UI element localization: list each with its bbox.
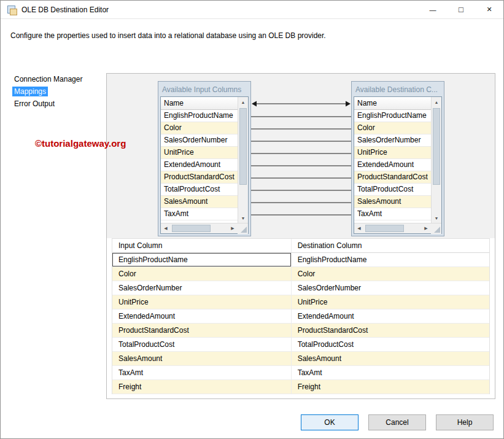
input-cell[interactable]: TaxAmt bbox=[112, 366, 292, 379]
scrollbar-thumb[interactable] bbox=[172, 225, 211, 232]
scroll-left-button[interactable]: ◀ bbox=[354, 223, 364, 233]
input-cell[interactable]: Freight bbox=[112, 380, 292, 394]
input-column-item[interactable]: EnglishProductName bbox=[161, 110, 238, 122]
maximize-icon: □ bbox=[459, 5, 463, 14]
scroll-down-icon: ▼ bbox=[435, 216, 439, 220]
mapping-row: Color Color bbox=[112, 267, 489, 281]
vertical-scrollbar[interactable]: ▲ ▼ bbox=[238, 97, 248, 223]
scroll-right-button[interactable]: ▶ bbox=[228, 223, 238, 233]
destination-name-column-header[interactable]: Name bbox=[354, 97, 431, 110]
horizontal-scrollbar[interactable]: ◀ ▶ bbox=[354, 223, 431, 233]
table-header-row: Input Column Destination Column bbox=[112, 239, 489, 253]
minimize-button[interactable]: — bbox=[419, 1, 447, 18]
available-destination-columns-list: Available Destination C... Name EnglishP… bbox=[351, 81, 444, 236]
scrollbar-track[interactable] bbox=[171, 223, 228, 233]
scrollbar-track[interactable] bbox=[238, 107, 248, 213]
mapping-arrow-left-icon bbox=[252, 101, 257, 107]
input-list-title: Available Input Columns bbox=[160, 84, 249, 96]
input-cell[interactable]: SalesOrderNumber bbox=[112, 281, 292, 295]
mapping-row: ExtendedAmount ExtendedAmount bbox=[112, 309, 489, 324]
ok-button[interactable]: OK bbox=[301, 414, 359, 430]
close-button[interactable]: ✕ bbox=[475, 1, 503, 18]
sidebar-item-mappings[interactable]: Mappings bbox=[10, 86, 103, 97]
destination-column-item[interactable]: UnitPrice bbox=[354, 147, 431, 159]
scroll-left-button[interactable]: ◀ bbox=[161, 223, 171, 233]
input-list-rows: EnglishProductName Color SalesOrderNumbe… bbox=[161, 110, 238, 223]
destination-cell[interactable]: Color bbox=[292, 267, 489, 281]
destination-list-box: Name EnglishProductName Color SalesOrder… bbox=[354, 96, 442, 234]
scroll-left-icon: ◀ bbox=[357, 226, 360, 231]
scroll-down-button[interactable]: ▼ bbox=[238, 213, 248, 223]
scroll-up-icon: ▲ bbox=[241, 100, 246, 104]
destination-cell[interactable]: TotalProductCost bbox=[292, 338, 489, 351]
horizontal-scrollbar[interactable]: ◀ ▶ bbox=[161, 223, 238, 233]
scrollbar-track[interactable] bbox=[364, 223, 421, 233]
destination-column-item[interactable]: ExtendedAmount bbox=[354, 159, 431, 171]
input-column-item[interactable]: ExtendedAmount bbox=[161, 159, 238, 171]
scrollbar-thumb[interactable] bbox=[365, 225, 404, 232]
scroll-up-button[interactable]: ▲ bbox=[432, 97, 441, 107]
destination-column-item[interactable]: EnglishProductName bbox=[354, 110, 431, 122]
dialog-description: Configure the properties used to insert … bbox=[10, 31, 477, 40]
input-cell[interactable]: Color bbox=[112, 267, 292, 281]
destination-cell[interactable]: TaxAmt bbox=[292, 366, 489, 379]
destination-cell[interactable]: ExtendedAmount bbox=[292, 309, 489, 323]
mapping-arrow-right-icon bbox=[346, 101, 351, 107]
cancel-button[interactable]: Cancel bbox=[368, 414, 426, 430]
scrollbar-thumb[interactable] bbox=[433, 108, 440, 185]
destination-cell[interactable]: UnitPrice bbox=[292, 295, 489, 309]
destination-column-item[interactable]: TaxAmt bbox=[354, 208, 431, 220]
input-cell[interactable]: ExtendedAmount bbox=[112, 309, 292, 323]
input-name-column-header[interactable]: Name bbox=[161, 97, 238, 110]
input-cell[interactable]: UnitPrice bbox=[112, 295, 292, 309]
mapping-row: TaxAmt TaxAmt bbox=[112, 366, 489, 380]
mapping-row: TotalProductCost TotalProductCost bbox=[112, 338, 489, 352]
help-button[interactable]: Help bbox=[436, 414, 494, 430]
destination-cell[interactable]: ProductStandardCost bbox=[292, 324, 489, 337]
app-icon bbox=[7, 5, 17, 15]
window-title: OLE DB Destination Editor bbox=[21, 6, 109, 14]
mapping-row: SalesAmount SalesAmount bbox=[112, 352, 489, 366]
input-cell[interactable]: TotalProductCost bbox=[112, 338, 292, 351]
input-cell[interactable]: SalesAmount bbox=[112, 352, 292, 365]
input-cell[interactable]: ProductStandardCost bbox=[112, 324, 292, 337]
destination-cell[interactable]: Freight bbox=[292, 380, 489, 394]
input-cell[interactable]: EnglishProductName bbox=[112, 253, 292, 266]
input-column-item[interactable]: Color bbox=[161, 122, 238, 134]
input-column-item[interactable]: TaxAmt bbox=[161, 208, 238, 220]
watermark: ©tutorialgateway.org bbox=[35, 138, 126, 149]
close-icon: ✕ bbox=[486, 6, 492, 14]
title-bar: OLE DB Destination Editor — □ ✕ bbox=[1, 1, 503, 19]
scroll-up-icon: ▲ bbox=[435, 100, 439, 104]
scrollbar-track[interactable] bbox=[432, 107, 441, 213]
input-column-item[interactable]: TotalProductCost bbox=[161, 184, 238, 196]
scroll-down-button[interactable]: ▼ bbox=[432, 213, 441, 223]
mappings-panel: Available Input Columns Name EnglishProd… bbox=[106, 73, 495, 399]
input-column-item[interactable]: UnitPrice bbox=[161, 147, 238, 159]
destination-list-rows: EnglishProductName Color SalesOrderNumbe… bbox=[354, 110, 431, 223]
scroll-right-icon: ▶ bbox=[231, 226, 234, 231]
destination-column-item[interactable]: TotalProductCost bbox=[354, 184, 431, 196]
scroll-up-button[interactable]: ▲ bbox=[238, 97, 248, 107]
destination-column-item[interactable]: ProductStandardCost bbox=[354, 171, 431, 184]
scroll-left-icon: ◀ bbox=[164, 226, 167, 231]
mapping-row: UnitPrice UnitPrice bbox=[112, 295, 489, 309]
scrollbar-thumb[interactable] bbox=[239, 108, 247, 185]
scroll-down-icon: ▼ bbox=[241, 216, 246, 220]
mappings-table: Input Column Destination Column EnglishP… bbox=[112, 238, 490, 394]
destination-cell[interactable]: EnglishProductName bbox=[292, 253, 489, 266]
maximize-button[interactable]: □ bbox=[447, 1, 475, 18]
input-column-item[interactable]: SalesOrderNumber bbox=[161, 134, 238, 147]
destination-cell[interactable]: SalesAmount bbox=[292, 352, 489, 365]
sidebar-item-connection-manager[interactable]: Connection Manager bbox=[10, 74, 103, 85]
destination-column-item[interactable]: SalesAmount bbox=[354, 196, 431, 208]
destination-column-item[interactable]: Color bbox=[354, 122, 431, 134]
vertical-scrollbar[interactable]: ▲ ▼ bbox=[431, 97, 441, 223]
sidebar-item-error-output[interactable]: Error Output bbox=[10, 98, 103, 109]
scroll-right-button[interactable]: ▶ bbox=[421, 223, 431, 233]
destination-cell[interactable]: SalesOrderNumber bbox=[292, 281, 489, 295]
input-column-item[interactable]: ProductStandardCost bbox=[161, 171, 238, 184]
input-column-item[interactable]: SalesAmount bbox=[161, 196, 238, 208]
input-list-box: Name EnglishProductName Color SalesOrder… bbox=[160, 96, 249, 234]
destination-column-item[interactable]: SalesOrderNumber bbox=[354, 134, 431, 147]
